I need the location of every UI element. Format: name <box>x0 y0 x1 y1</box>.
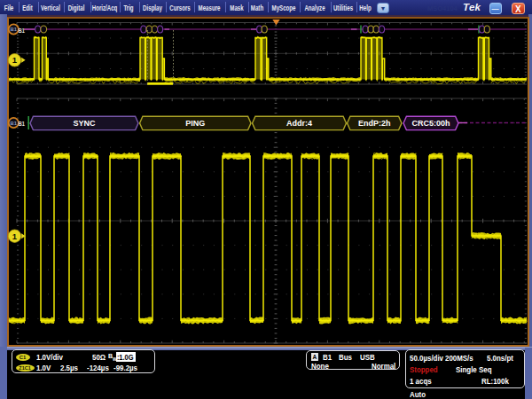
svg-text:B1: B1 <box>19 27 25 35</box>
svg-text:CRC5:00h: CRC5:00h <box>411 119 450 128</box>
svg-text:EndP:2h: EndP:2h <box>358 119 391 128</box>
svg-text:1: 1 <box>12 55 18 65</box>
svg-text:B1: B1 <box>11 121 18 126</box>
svg-text:1: 1 <box>12 231 18 241</box>
svg-text:Addr:4: Addr:4 <box>286 119 312 128</box>
svg-text:B1: B1 <box>11 27 18 32</box>
svg-text:B1: B1 <box>19 120 25 128</box>
svg-text:PING: PING <box>185 119 205 128</box>
svg-text:SYNC: SYNC <box>73 119 96 128</box>
